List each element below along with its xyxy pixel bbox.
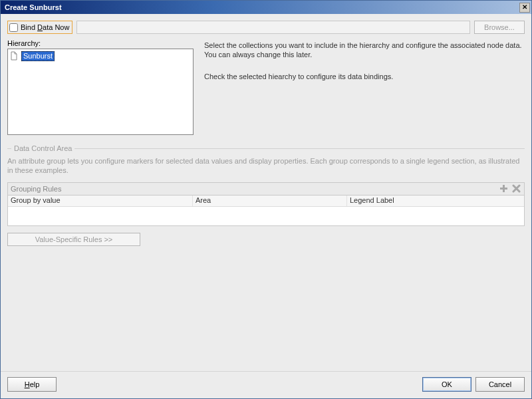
col-area: Area	[193, 196, 347, 206]
browse-button: Browse...	[474, 21, 525, 34]
bind-data-now-checkbox[interactable]	[9, 23, 18, 32]
hierarchy-tree[interactable]: Sunburst	[7, 49, 194, 135]
file-icon	[9, 51, 19, 61]
dialog-content: Bind Data Now Browse... Hierarchy:	[1, 14, 531, 371]
upper-section: Hierarchy: Sunburst Select the colle	[7, 39, 525, 135]
info-text-2: Check the selected hiearchy to configure…	[204, 72, 525, 81]
grouping-rules-toolbar	[499, 184, 521, 194]
footer-right-buttons: OK Cancel	[422, 377, 525, 392]
ok-button[interactable]: OK	[422, 377, 471, 392]
col-legend-label: Legend Label	[347, 196, 524, 206]
dialog-title: Create Sunburst	[5, 3, 62, 11]
bind-data-now-checkbox-wrap[interactable]: Bind Data Now	[7, 21, 72, 34]
spacer	[7, 246, 525, 367]
hierarchy-column: Hierarchy: Sunburst	[7, 39, 194, 135]
data-control-area-title: Data Control Area	[7, 144, 525, 152]
add-rule-icon	[499, 184, 509, 194]
cancel-button[interactable]: Cancel	[475, 377, 525, 392]
value-specific-rules-button: Value-Specific Rules >>	[7, 233, 140, 246]
grouping-rules-title: Grouping Rules	[11, 185, 61, 193]
dialog-footer: Help OK Cancel	[1, 371, 531, 398]
data-path-input	[76, 21, 470, 34]
close-button[interactable]: ✕	[519, 3, 530, 13]
hierarchy-label: Hierarchy:	[7, 39, 194, 47]
col-group-by-value: Group by value	[8, 196, 193, 206]
help-button[interactable]: Help	[7, 377, 57, 392]
hierarchy-item-sunburst[interactable]: Sunburst	[9, 51, 192, 61]
hierarchy-item-label: Sunburst	[21, 51, 55, 61]
grouping-rules-table[interactable]: Group by value Area Legend Label	[7, 196, 525, 226]
bind-data-row: Bind Data Now Browse...	[7, 21, 525, 34]
create-sunburst-dialog: Create Sunburst ✕ Bind Data Now Browse..…	[0, 0, 532, 399]
info-column: Select the collections you want to inclu…	[204, 39, 525, 135]
grouping-rules-columns: Group by value Area Legend Label	[8, 196, 524, 207]
delete-rule-icon	[511, 184, 521, 194]
bind-data-now-label: Bind Data Now	[21, 23, 69, 31]
grouping-rules-header: Grouping Rules	[7, 182, 525, 196]
data-control-desc: An attribute group lets you configure ma…	[7, 156, 525, 176]
titlebar: Create Sunburst ✕	[1, 1, 531, 14]
info-text-1: Select the collections you want to inclu…	[204, 41, 525, 60]
